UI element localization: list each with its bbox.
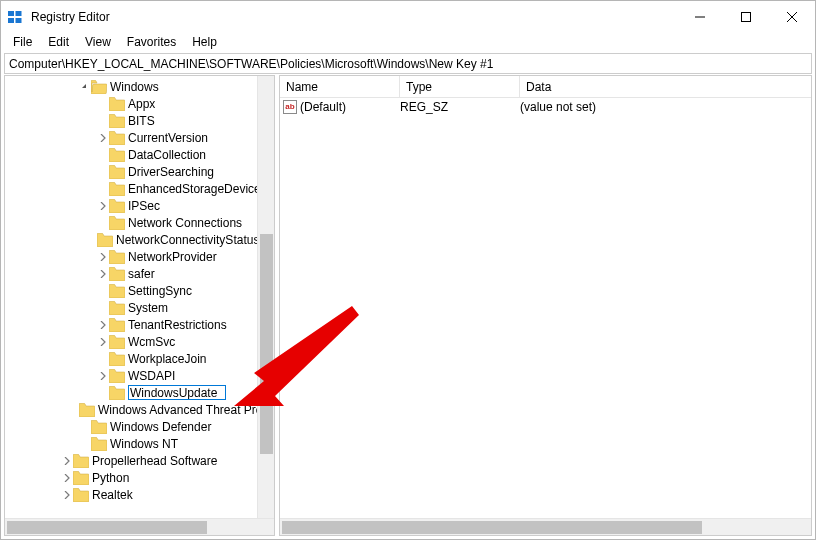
- folder-icon: [109, 369, 125, 383]
- svg-rect-3: [16, 18, 22, 23]
- values-list[interactable]: ab(Default)REG_SZ(value not set): [280, 98, 811, 518]
- tree-node[interactable]: safer: [5, 265, 274, 282]
- address-bar[interactable]: Computer\HKEY_LOCAL_MACHINE\SOFTWARE\Pol…: [4, 53, 812, 74]
- menu-view[interactable]: View: [77, 34, 119, 50]
- tree-view[interactable]: WindowsAppxBITSCurrentVersionDataCollect…: [5, 76, 274, 518]
- menu-file[interactable]: File: [5, 34, 40, 50]
- close-button[interactable]: [769, 1, 815, 32]
- folder-icon: [91, 437, 107, 451]
- expand-icon[interactable]: [61, 457, 73, 465]
- tree-node-label: EnhancedStorageDevices: [128, 182, 267, 196]
- tree-node[interactable]: EnhancedStorageDevices: [5, 180, 274, 197]
- tree-node-label: BITS: [128, 114, 155, 128]
- menu-favorites[interactable]: Favorites: [119, 34, 184, 50]
- reg-string-icon: ab: [283, 100, 297, 114]
- menu-edit[interactable]: Edit: [40, 34, 77, 50]
- tree-node[interactable]: [5, 384, 274, 401]
- tree-node[interactable]: SettingSync: [5, 282, 274, 299]
- tree-node[interactable]: Propellerhead Software: [5, 452, 274, 469]
- column-type[interactable]: Type: [400, 76, 520, 97]
- column-name[interactable]: Name: [280, 76, 400, 97]
- folder-icon: [73, 471, 89, 485]
- tree-node-label: SettingSync: [128, 284, 192, 298]
- menu-help[interactable]: Help: [184, 34, 225, 50]
- tree-node[interactable]: CurrentVersion: [5, 129, 274, 146]
- svg-rect-1: [16, 11, 22, 16]
- folder-icon: [91, 80, 107, 94]
- tree-node-label: Windows: [110, 80, 159, 94]
- folder-icon: [109, 148, 125, 162]
- tree-node-label: DataCollection: [128, 148, 206, 162]
- tree-node-label: Python: [92, 471, 129, 485]
- folder-icon: [109, 97, 125, 111]
- values-header[interactable]: Name Type Data: [280, 76, 811, 98]
- tree-node[interactable]: Windows NT: [5, 435, 274, 452]
- tree-node[interactable]: Realtek: [5, 486, 274, 503]
- maximize-button[interactable]: [723, 1, 769, 32]
- tree-node-label: System: [128, 301, 168, 315]
- value-name: (Default): [300, 100, 346, 114]
- folder-icon: [109, 301, 125, 315]
- regedit-icon: [7, 9, 23, 25]
- folder-icon: [97, 233, 113, 247]
- tree-node-label: safer: [128, 267, 155, 281]
- minimize-button[interactable]: [677, 1, 723, 32]
- folder-icon: [109, 114, 125, 128]
- expand-icon[interactable]: [97, 372, 109, 380]
- window-title: Registry Editor: [31, 10, 110, 24]
- tree-horizontal-scrollbar[interactable]: [5, 518, 274, 535]
- svg-rect-2: [8, 18, 14, 23]
- tree-node[interactable]: DataCollection: [5, 146, 274, 163]
- tree-node-label: TenantRestrictions: [128, 318, 227, 332]
- tree-node[interactable]: BITS: [5, 112, 274, 129]
- expand-icon[interactable]: [97, 134, 109, 142]
- tree-vertical-scrollbar[interactable]: [257, 76, 274, 518]
- tree-node[interactable]: Python: [5, 469, 274, 486]
- folder-icon: [109, 352, 125, 366]
- tree-node[interactable]: TenantRestrictions: [5, 316, 274, 333]
- tree-node[interactable]: NetworkConnectivityStatusIndicator: [5, 231, 274, 248]
- folder-icon: [109, 182, 125, 196]
- folder-icon: [109, 199, 125, 213]
- value-row[interactable]: ab(Default)REG_SZ(value not set): [280, 98, 811, 116]
- expand-icon[interactable]: [97, 270, 109, 278]
- tree-node[interactable]: WcmSvc: [5, 333, 274, 350]
- tree-node-rename-input[interactable]: [128, 385, 226, 400]
- tree-node[interactable]: Appx: [5, 95, 274, 112]
- tree-node[interactable]: Network Connections: [5, 214, 274, 231]
- tree-node-label: Network Connections: [128, 216, 242, 230]
- column-data[interactable]: Data: [520, 76, 811, 97]
- values-pane: Name Type Data ab(Default)REG_SZ(value n…: [279, 75, 812, 536]
- folder-icon: [109, 250, 125, 264]
- address-path: Computer\HKEY_LOCAL_MACHINE\SOFTWARE\Pol…: [9, 57, 493, 71]
- folder-icon: [109, 131, 125, 145]
- folder-icon: [109, 318, 125, 332]
- tree-node[interactable]: Windows Advanced Threat Protection: [5, 401, 274, 418]
- expand-icon[interactable]: [97, 321, 109, 329]
- expand-icon[interactable]: [97, 338, 109, 346]
- value-data: (value not set): [520, 100, 811, 114]
- expand-icon[interactable]: [97, 202, 109, 210]
- tree-node[interactable]: Windows: [5, 78, 274, 95]
- expand-icon[interactable]: [61, 491, 73, 499]
- tree-node[interactable]: DriverSearching: [5, 163, 274, 180]
- tree-node[interactable]: WSDAPI: [5, 367, 274, 384]
- tree-node[interactable]: NetworkProvider: [5, 248, 274, 265]
- expand-icon[interactable]: [61, 474, 73, 482]
- tree-node-label: WSDAPI: [128, 369, 175, 383]
- value-type: REG_SZ: [400, 100, 520, 114]
- tree-node[interactable]: System: [5, 299, 274, 316]
- collapse-icon[interactable]: [79, 83, 91, 91]
- tree-node-label: WcmSvc: [128, 335, 175, 349]
- tree-node-label: NetworkProvider: [128, 250, 217, 264]
- tree-node[interactable]: Windows Defender: [5, 418, 274, 435]
- folder-icon: [73, 488, 89, 502]
- tree-node[interactable]: IPSec: [5, 197, 274, 214]
- tree-node-label: WorkplaceJoin: [128, 352, 206, 366]
- svg-rect-4: [742, 12, 751, 21]
- expand-icon[interactable]: [97, 253, 109, 261]
- folder-icon: [109, 216, 125, 230]
- values-horizontal-scrollbar[interactable]: [280, 518, 811, 535]
- tree-node-label: Propellerhead Software: [92, 454, 217, 468]
- tree-node[interactable]: WorkplaceJoin: [5, 350, 274, 367]
